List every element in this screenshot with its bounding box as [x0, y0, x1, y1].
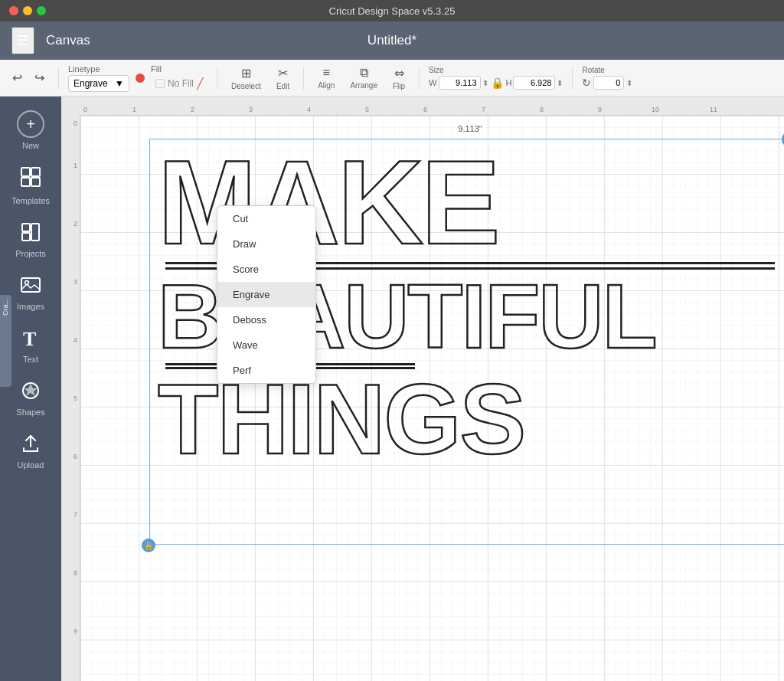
separator-2: [217, 67, 217, 90]
svg-rect-3: [31, 178, 40, 186]
dimension-top-label: 9.113": [458, 124, 482, 133]
new-icon: +: [17, 110, 44, 138]
toolbar: ↩ ↪ Linetype Engrave ▼ Fill No Fill ╱ ⊞ …: [0, 60, 784, 97]
ruler-tick-4: 4: [307, 106, 311, 113]
ruler-vtick-7: 7: [74, 511, 77, 519]
rotate-inputs: ↻ ⬍: [582, 76, 632, 90]
ruler-vtick-6: 6: [74, 453, 77, 460]
linetype-group: Linetype Engrave ▼: [68, 64, 129, 92]
dropdown-item-wave[interactable]: Wave: [217, 332, 315, 358]
sidebar-label-shapes: Shapes: [16, 408, 44, 417]
undo-button[interactable]: ↩: [8, 67, 27, 88]
sidebar-item-templates[interactable]: Templates: [4, 160, 57, 211]
chevron-down-icon: ▼: [115, 78, 124, 89]
fill-group: Fill No Fill ╱: [151, 64, 207, 92]
svg-rect-4: [22, 224, 30, 231]
svg-rect-6: [31, 224, 39, 241]
arrange-button[interactable]: ⧉ Arrange: [345, 64, 382, 92]
menu-button[interactable]: ☰: [11, 27, 34, 54]
sidebar-label-new: New: [22, 141, 39, 150]
ruler-tick-8: 8: [540, 106, 544, 113]
images-icon: [20, 274, 41, 299]
rotate-label: Rotate: [582, 66, 632, 74]
left-sidebar: + New Templates: [0, 97, 61, 681]
height-group: H ⬍: [506, 76, 564, 90]
sidebar-item-text[interactable]: T Text: [4, 321, 57, 370]
flip-button[interactable]: ⇔ Flip: [388, 64, 410, 93]
ruler-tick-2: 2: [191, 106, 194, 113]
crafter-label: Cra...: [0, 295, 11, 319]
align-icon: ≡: [323, 66, 330, 80]
maximize-button[interactable]: [37, 6, 46, 15]
canvas-area[interactable]: 0 1 2 3 4 5 6 7 8 9 10 11 0 1 2 3 4: [61, 97, 784, 681]
ruler-tick-1: 1: [132, 106, 136, 113]
fill-swatch: [155, 79, 165, 88]
deselect-label: Deselect: [231, 82, 261, 90]
fill-value: No Fill: [168, 78, 194, 89]
fill-display[interactable]: No Fill ╱: [151, 75, 207, 92]
ruler-tick-3: 3: [249, 106, 253, 113]
undo-redo-group: ↩ ↪: [8, 67, 49, 88]
redo-button[interactable]: ↪: [30, 67, 49, 88]
size-label: Size: [429, 66, 563, 74]
linetype-dropdown[interactable]: Engrave ▼: [68, 75, 129, 92]
lock-icon[interactable]: 🔒: [491, 77, 504, 89]
edit-label: Edit: [276, 82, 289, 90]
rotate-input[interactable]: [593, 76, 624, 90]
sidebar-item-upload[interactable]: Upload: [4, 427, 57, 476]
sidebar-label-upload: Upload: [18, 460, 44, 470]
sidebar-item-images[interactable]: Images: [4, 268, 57, 317]
rotate-stepper-icon: ⬍: [626, 79, 632, 87]
close-button[interactable]: [9, 6, 18, 15]
color-indicator[interactable]: [136, 74, 145, 83]
align-label: Align: [318, 81, 335, 90]
edit-button[interactable]: ✂ Edit: [272, 64, 294, 93]
ruler-tick-9: 9: [598, 106, 602, 113]
separator-4: [419, 67, 420, 90]
upload-icon: [20, 433, 41, 457]
height-letter: H: [506, 78, 512, 87]
fill-color-icon: ╱: [197, 77, 203, 90]
templates-icon: [20, 166, 41, 193]
traffic-lights: [9, 6, 46, 15]
app-header: ☰ Canvas Untitled*: [0, 21, 784, 60]
linetype-dropdown-menu: Cut Draw Score Engrave Deboss Wave Perf: [217, 205, 316, 384]
arrange-icon: ⧉: [360, 66, 368, 80]
svg-rect-5: [22, 233, 30, 241]
svg-text:T: T: [23, 328, 36, 349]
sidebar-label-projects: Projects: [15, 249, 46, 258]
dropdown-item-cut[interactable]: Cut: [217, 206, 315, 231]
separator-5: [572, 67, 573, 90]
minimize-button[interactable]: [23, 6, 32, 15]
sidebar-item-shapes[interactable]: Shapes: [4, 374, 57, 423]
dropdown-item-score[interactable]: Score: [217, 257, 315, 282]
size-inputs: W ⬍ 🔒 H ⬍: [429, 76, 563, 90]
canvas-label: Canvas: [46, 33, 90, 48]
dropdown-item-draw[interactable]: Draw: [217, 231, 315, 257]
width-input[interactable]: [439, 76, 481, 90]
canvas-grid[interactable]: 9.113" 6.928" MAKE BEAUTIFUL: [80, 116, 784, 681]
main-content: + New Templates: [0, 97, 784, 681]
align-button[interactable]: ≡ Align: [313, 64, 339, 92]
ruler-tick-11: 11: [710, 106, 717, 113]
sidebar-label-templates: Templates: [11, 196, 50, 205]
ruler-vtick-3: 3: [74, 278, 77, 286]
sidebar-label-images: Images: [17, 302, 44, 311]
width-letter: W: [429, 78, 436, 87]
separator-3: [303, 67, 304, 90]
lock-handle[interactable]: 🔒: [142, 539, 155, 552]
sidebar-item-projects[interactable]: Projects: [4, 215, 57, 264]
height-input[interactable]: [513, 76, 555, 90]
svg-rect-1: [31, 168, 40, 176]
sidebar-item-new[interactable]: + New: [4, 104, 57, 156]
width-stepper-icon: ⬍: [482, 79, 488, 87]
crafter-strip: Cra...: [0, 295, 11, 387]
deselect-button[interactable]: ⊞ Deselect: [227, 64, 266, 93]
dropdown-item-engrave[interactable]: Engrave: [217, 282, 315, 307]
projects-icon: [20, 221, 41, 246]
deselect-icon: ⊞: [241, 66, 251, 80]
dropdown-item-deboss[interactable]: Deboss: [217, 307, 315, 332]
dropdown-item-perf[interactable]: Perf: [217, 358, 315, 383]
sidebar-label-text: Text: [23, 355, 38, 364]
ruler-vtick-2: 2: [74, 220, 77, 228]
